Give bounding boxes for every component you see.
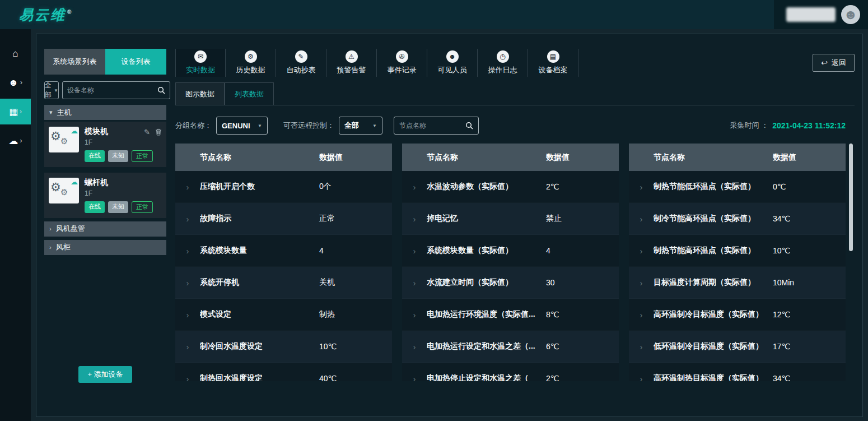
chevron-right-icon: › (629, 310, 654, 320)
home-icon: ⌂ (12, 49, 18, 58)
remote-control-value: 全部 (344, 121, 359, 131)
table-row[interactable]: ›系统模块数量（实际值）4 (402, 235, 619, 267)
content-tab-label: 实时数据 (186, 65, 215, 75)
rail-item-apps[interactable]: ▦ › (0, 99, 31, 124)
table-row[interactable]: ›制冷回水温度设定10℃ (175, 331, 392, 363)
node-value: 10℃ (319, 342, 392, 351)
status-badge-unknown: 未知 (108, 201, 128, 213)
chevron-right-icon: › (20, 78, 22, 86)
table-row[interactable]: ›制热回水温度设定40℃ (175, 363, 392, 381)
edit-icon[interactable]: ✎ (144, 128, 150, 136)
device-name: 模块机 (85, 127, 108, 137)
table-row[interactable]: ›电加热运行设定和水温之差（...6℃ (402, 331, 619, 363)
table-row[interactable]: ›制热节能高环温点（实际值）10℃ (629, 235, 846, 267)
table-row[interactable]: ›掉电记忆禁止 (402, 203, 619, 235)
device-card-screw[interactable]: ⚙ ⚙ ☁ 螺杆机 1F 在线 未 (44, 173, 166, 218)
registered-mark: ® (67, 9, 73, 15)
chevron-right-icon: › (20, 137, 22, 145)
device-scope-select[interactable]: 全部 ▼ (44, 81, 59, 99)
chevron-down-icon: ▼ (258, 123, 262, 128)
delete-icon[interactable] (155, 128, 162, 136)
header-data-value: 数据值 (319, 152, 392, 163)
node-value: 0℃ (773, 182, 846, 191)
person-icon: ☻ (446, 50, 459, 63)
filter-row: 分组名称： GENUNI ▼ 可否远程控制： 全部 ▼ (175, 117, 855, 135)
gear-icon: ⚙ (60, 137, 68, 145)
device-badges: 在线 未知 正常 (85, 201, 162, 213)
subtab-chart-data[interactable]: 图示数据 (175, 82, 225, 105)
table-row[interactable]: ›目标温度计算周期（实际值）10Min (629, 267, 846, 299)
table-row[interactable]: ›系统模块数量4 (175, 235, 392, 267)
device-search-input[interactable] (67, 86, 154, 94)
avatar[interactable]: ☻ (841, 5, 860, 24)
content-panel: ✉实时数据⚙历史数据✎自动抄表⚠预警告警✇事件记录☻可见人员◷操作日志▤设备档案… (175, 49, 855, 417)
content-tab-pencil[interactable]: ✎自动抄表 (276, 49, 326, 77)
node-value: 40℃ (319, 374, 392, 381)
node-value: 4 (546, 246, 619, 255)
table-row[interactable]: ›水温波动参数（实际值）2℃ (402, 171, 619, 203)
device-group-fan-coil[interactable]: › 风机盘管 (44, 221, 166, 237)
add-device-button[interactable]: + 添加设备 (78, 366, 132, 383)
content-tab-record[interactable]: ✇事件记录 (377, 49, 427, 77)
status-badge-online: 在线 (85, 201, 105, 213)
chevron-right-icon: › (629, 214, 654, 224)
cloud-icon: ☁ (71, 178, 78, 186)
chevron-right-icon: › (175, 214, 200, 224)
status-badge-normal: 正常 (132, 201, 153, 213)
table-row[interactable]: ›电加热停止设定和水温之差（2℃ (402, 363, 619, 381)
node-name: 模式设定 (200, 309, 319, 320)
device-group-air-cabinet[interactable]: › 风柜 (44, 240, 166, 255)
add-device-wrap: + 添加设备 (44, 366, 166, 383)
device-badges: 在线 未知 正常 (85, 150, 162, 162)
table-row[interactable]: ›制冷节能高环温点（实际值）34℃ (629, 203, 846, 235)
device-group-host[interactable]: ▾ 主机 (44, 105, 166, 120)
content-tab-bell[interactable]: ⚠预警告警 (326, 49, 377, 77)
node-name: 目标温度计算周期（实际值） (654, 277, 773, 288)
table-row[interactable]: ›压缩机开启个数0个 (175, 171, 392, 203)
tab-scene-list[interactable]: 系统场景列表 (44, 49, 105, 75)
table-row[interactable]: ›高环温制冷目标温度（实际值）12℃ (629, 299, 846, 331)
rail-item-users[interactable]: ☻ › (0, 70, 31, 95)
header-data-value: 数据值 (773, 152, 846, 163)
chevron-right-icon: › (402, 246, 427, 256)
table-header: 节点名称数据值 (402, 144, 619, 171)
bell-icon: ⚠ (346, 50, 358, 63)
content-tab-gear[interactable]: ⚙历史数据 (226, 49, 276, 77)
table-row[interactable]: ›系统开停机关机 (175, 267, 392, 299)
chevron-right-icon: › (175, 278, 200, 288)
content-tab-person[interactable]: ☻可见人员 (427, 49, 478, 77)
content-tab-clock[interactable]: ◷操作日志 (478, 49, 528, 77)
chevron-right-icon: › (629, 342, 654, 351)
chevron-right-icon: › (175, 246, 200, 256)
scrollbar[interactable] (849, 144, 853, 381)
chevron-right-icon: › (629, 374, 654, 382)
back-button[interactable]: ↩ 返回 (813, 54, 855, 72)
node-value: 10℃ (773, 246, 846, 255)
node-search-input[interactable] (399, 122, 462, 129)
table-row[interactable]: ›水流建立时间（实际值）30 (402, 267, 619, 299)
device-info: 模块机 ✎ (85, 127, 162, 162)
node-value: 2℃ (546, 182, 619, 191)
search-icon[interactable] (465, 122, 473, 129)
table-row[interactable]: ›电加热运行环境温度（实际值...8℃ (402, 299, 619, 331)
rail-item-home[interactable]: ⌂ (0, 40, 31, 66)
header-node-name: 节点名称 (175, 152, 319, 163)
table-row[interactable]: ›模式设定制热 (175, 299, 392, 331)
table-row[interactable]: ›低环温制冷目标温度（实际值）17℃ (629, 331, 846, 363)
node-value: 10Min (773, 278, 846, 287)
device-info: 螺杆机 1F 在线 未知 正常 (85, 178, 162, 213)
gear-icon: ⚙ (50, 130, 61, 142)
subtab-list-data[interactable]: 列表数据 (225, 82, 274, 105)
table-row[interactable]: ›高环温制热目标温度（实际值）34℃ (629, 363, 846, 381)
table-row[interactable]: ›制热节能低环温点（实际值）0℃ (629, 171, 846, 203)
content-tab-archive[interactable]: ▤设备档案 (528, 49, 578, 77)
search-icon[interactable] (157, 86, 165, 94)
table-row[interactable]: ›故障指示正常 (175, 203, 392, 235)
device-card-modular[interactable]: ⚙ ⚙ ☁ 模块机 ✎ (44, 122, 166, 167)
group-name-select[interactable]: GENUNI ▼ (216, 117, 268, 135)
remote-control-select[interactable]: 全部 ▼ (339, 117, 382, 135)
scrollbar-thumb[interactable] (849, 144, 853, 251)
content-tab-mail[interactable]: ✉实时数据 (175, 49, 226, 77)
tab-device-list[interactable]: 设备列表 (105, 49, 166, 75)
rail-item-platform[interactable]: ☁ › (0, 128, 31, 154)
